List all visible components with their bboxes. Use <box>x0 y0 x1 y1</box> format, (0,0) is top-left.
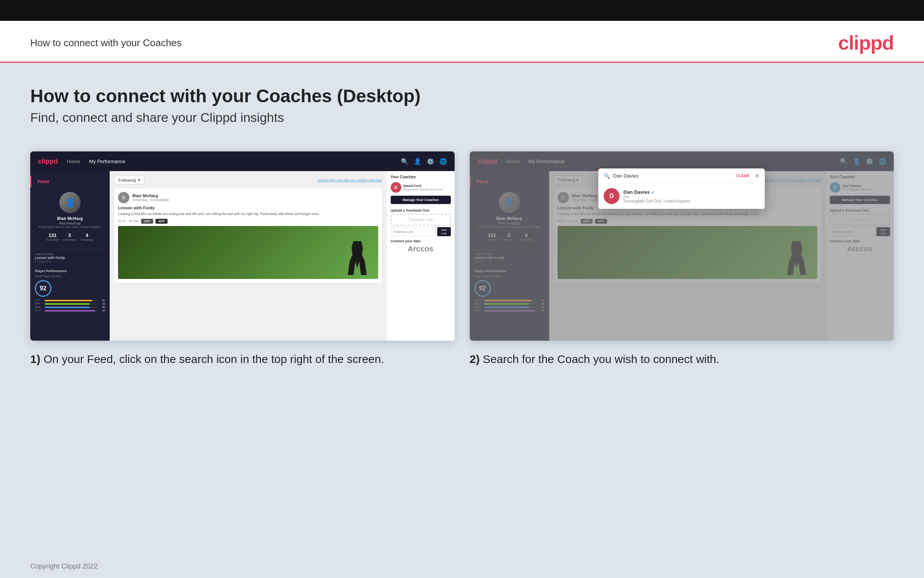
perf-bar-track <box>45 307 97 308</box>
globe-icon[interactable]: 🌐 <box>440 158 447 165</box>
stat-activities-num: 131 <box>47 232 58 238</box>
search-result-item[interactable]: D Dan Davies ✔ Pro Sunningdale Golf Club… <box>598 183 765 209</box>
header-title: How to connect with your Coaches <box>30 37 181 49</box>
chevron-down-icon: ▾ <box>138 177 140 182</box>
app-nav-1: clippd Home My Performance 🔍 👤 ⚙️ 🌐 <box>30 151 455 171</box>
pp-sub: Total Player Quality <box>35 274 105 278</box>
trackman-title: Upload a Trackman Test <box>391 209 451 212</box>
coach-info: David Ford Royal North Devon Golf Club <box>404 184 443 191</box>
coaches-title: Your Coaches <box>391 175 451 179</box>
perf-bar-val: 85 <box>99 302 105 305</box>
profile-card: 👤 Blair McHarg Plus Handicap Royal North… <box>30 187 110 246</box>
screenshot-frame-1: clippd Home My Performance 🔍 👤 ⚙️ 🌐 Feed <box>30 151 455 341</box>
search-input[interactable] <box>613 173 733 179</box>
stat-following: 4 Following <box>81 232 94 242</box>
copyright: Copyright Clippd 2022 <box>30 562 97 570</box>
post-header: B Blair McHarg Yesterday · Sunningdale <box>118 192 378 203</box>
result-avatar: D <box>604 188 620 204</box>
caption-num-1: 1) <box>30 353 40 365</box>
stat-followers-label: Followers <box>63 238 76 242</box>
connect-title: Connect your data <box>391 239 451 243</box>
perf-bar-val: 96 <box>99 309 105 312</box>
add-link-button[interactable]: Add Link <box>437 227 451 236</box>
perf-bar-row: ARG 86 <box>35 306 105 308</box>
coach-avatar: D <box>391 182 401 193</box>
avatar: 👤 <box>59 192 81 213</box>
perf-bar-fill <box>45 303 90 305</box>
pp-title: Player Performance <box>35 269 105 273</box>
app-nav-logo: clippd <box>38 157 58 166</box>
screenshot-frame-2: clippd Home My Performance 🔍 👤 ⚙️ 🌐 Feed <box>470 151 894 341</box>
search-icon[interactable]: 🔍 <box>401 158 408 165</box>
player-performance: Player Performance Total Player Quality … <box>30 266 110 316</box>
nav-item-home[interactable]: Home <box>67 159 80 164</box>
control-link[interactable]: Control who can see your activity and da… <box>318 178 382 182</box>
result-club: Sunningdale Golf Club, United Kingdom <box>623 199 690 203</box>
post-meta: Blair McHarg Yesterday · Sunningdale <box>133 193 169 202</box>
la-date: 03 Aug 2022 <box>35 260 105 263</box>
coach-club: Royal North Devon Golf Club <box>404 188 443 191</box>
result-name: Dan Davies ✔ <box>623 189 690 195</box>
trackman-section: Upload a Trackman Test Trackman Link Add… <box>391 209 451 236</box>
app-center-1: Following ▾ Control who can see your act… <box>110 171 387 341</box>
settings-icon[interactable]: ⚙️ <box>427 158 434 165</box>
nav-icons: 🔍 👤 ⚙️ 🌐 <box>401 158 447 165</box>
trackman-input[interactable] <box>391 227 436 236</box>
following-row: Following ▾ Control who can see your act… <box>114 175 382 184</box>
page-heading: How to connect with your Coaches (Deskto… <box>30 86 894 106</box>
profile-club: Royal North Devon Golf Club, United King… <box>35 225 105 229</box>
main-content: How to connect with your Coaches (Deskto… <box>0 63 924 555</box>
perf-bar-label: OTT <box>35 299 43 302</box>
following-button[interactable]: Following ▾ <box>114 175 144 184</box>
coach-name: David Ford <box>404 184 443 188</box>
latest-activity: Latest Activity Lesson with Fordy 03 Aug… <box>30 249 110 266</box>
perf-bar-fill <box>45 307 90 308</box>
perf-bar-track <box>45 303 97 305</box>
post-title: Lesson with Fordy <box>118 206 378 210</box>
perf-bar-track <box>45 300 97 301</box>
manage-coaches-button[interactable]: Manage Your Coaches <box>391 196 451 204</box>
stat-followers-num: 3 <box>63 232 76 238</box>
profile-name: Blair McHarg <box>35 216 105 221</box>
arccos-logo: Arccos <box>391 245 451 253</box>
perf-bar-row: PUTT 96 <box>35 309 105 312</box>
stat-activities-label: Activities <box>47 238 58 242</box>
caption-num-2: 2) <box>470 353 480 365</box>
la-label: Latest Activity <box>35 252 105 256</box>
perf-bar-val: 90 <box>99 299 105 302</box>
off-button[interactable]: OFF <box>141 219 153 224</box>
la-value: Lesson with Fordy <box>35 256 105 260</box>
stats-row: 131 Activities 3 Followers 4 Following <box>35 232 105 242</box>
feed-tab[interactable]: Feed <box>30 175 110 187</box>
perf-bar-row: OTT 90 <box>35 299 105 302</box>
caption-1: 1) On your Feed, click on the search ico… <box>30 351 455 367</box>
nav-item-my-performance[interactable]: My Performance <box>89 159 125 164</box>
golfer-silhouette <box>348 241 367 275</box>
caption-text-1: On your Feed, click on the search icon i… <box>44 353 384 365</box>
search-icon-modal: 🔍 <box>604 173 610 179</box>
post-name: Blair McHarg <box>133 193 169 198</box>
post-avatar: B <box>118 192 129 203</box>
stat-followers: 3 Followers <box>63 232 76 242</box>
app-sidebar-1: Feed 👤 Blair McHarg Plus Handicap Royal … <box>30 171 110 341</box>
perf-bar-track <box>45 310 97 312</box>
result-info: Dan Davies ✔ Pro Sunningdale Golf Club, … <box>623 189 690 203</box>
score-circle: 92 <box>35 280 52 297</box>
post-text: Looking to feel like my hands are exitin… <box>118 212 378 216</box>
perf-bars: OTT 90 APP 85 ARG 86 PUTT 96 <box>35 299 105 312</box>
perf-bar-fill <box>45 300 92 301</box>
app-button[interactable]: APP <box>155 219 168 224</box>
post-sub: Yesterday · Sunningdale <box>133 198 169 202</box>
screenshots-row: clippd Home My Performance 🔍 👤 ⚙️ 🌐 Feed <box>30 151 894 367</box>
result-role: Pro <box>623 195 690 199</box>
header: How to connect with your Coaches clippd <box>0 21 924 63</box>
clear-button[interactable]: CLEAR <box>736 174 749 178</box>
profile-icon[interactable]: 👤 <box>414 158 421 165</box>
search-modal: 🔍 CLEAR ✕ D Dan Davies ✔ Pro <box>598 169 765 209</box>
post-image <box>118 226 378 279</box>
close-button[interactable]: ✕ <box>754 172 759 179</box>
stat-activities: 131 Activities <box>47 232 58 242</box>
app-body-1: Feed 👤 Blair McHarg Plus Handicap Royal … <box>30 171 455 341</box>
screenshot-block-1: clippd Home My Performance 🔍 👤 ⚙️ 🌐 Feed <box>30 151 455 367</box>
post-card: B Blair McHarg Yesterday · Sunningdale L… <box>114 188 382 283</box>
